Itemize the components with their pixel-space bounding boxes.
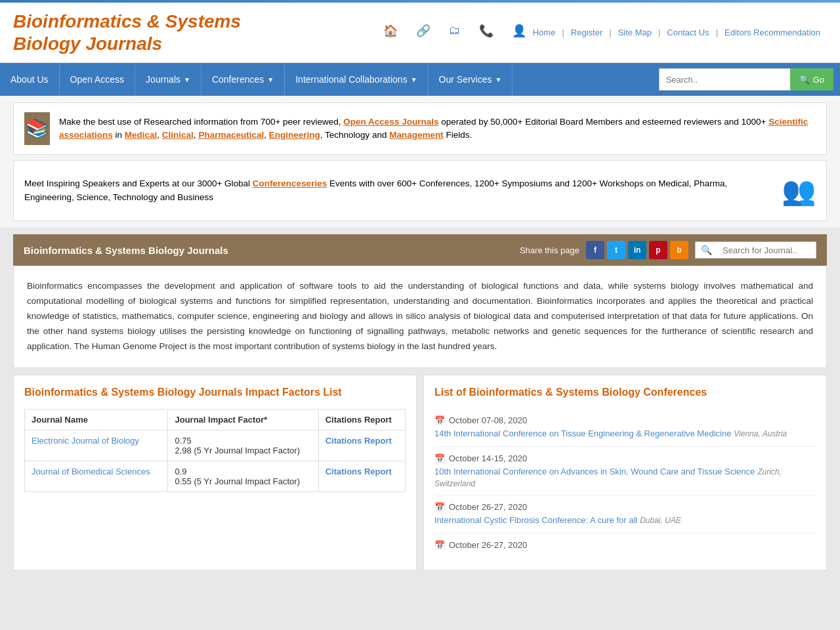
conferenceseries-link[interactable]: Conferenceseries (253, 178, 327, 188)
conference-item-2: 📅 October 14-15, 2020 10th International… (434, 447, 816, 495)
share-icon: 🔗 (416, 24, 430, 38)
nav-our-services[interactable]: Our Services ▼ (429, 63, 513, 96)
journal-link-biomedical[interactable]: Journal of Biomedical Sciences (32, 467, 150, 476)
books-icon: 📚 (24, 112, 50, 145)
pinterest-button[interactable]: p (649, 241, 667, 259)
home-icon: 🏠 (383, 24, 398, 38)
journal-search-input[interactable] (717, 243, 816, 258)
journals-caret: ▼ (184, 76, 190, 83)
nav-about-us[interactable]: About Us (0, 63, 60, 96)
intl-caret: ▼ (411, 76, 417, 83)
col-header-journal: Journal Name (25, 409, 168, 430)
banner-journals-text: Make the best use of Researched informat… (59, 116, 816, 142)
nav-home[interactable]: Home (526, 28, 562, 37)
blogger-button[interactable]: b (670, 241, 688, 259)
journal-link-biology[interactable]: Electronic Journal of Biology (32, 436, 139, 446)
clinical-link[interactable]: Clinical (162, 130, 194, 140)
user-icon: 👤 (512, 24, 526, 38)
calendar-icon: 📅 (434, 415, 445, 425)
calendar-icon: 📅 (434, 540, 445, 550)
twitter-button[interactable]: t (607, 241, 625, 259)
journal-search-icon: 🔍 (696, 242, 717, 258)
navbar-search-button[interactable]: 🔍 Go (790, 68, 833, 91)
site-logo: Bioinformatics & Systems Biology Journal… (13, 10, 241, 54)
navbar-left: About Us Open Access Journals ▼ Conferen… (0, 63, 513, 96)
search-icon: 🔍 (799, 75, 810, 85)
two-column-section: Bioinformatics & Systems Biology Journal… (13, 375, 827, 570)
navbar-search-area: 🔍 Go (652, 63, 840, 96)
conference-people-icon: 👥 (763, 170, 816, 211)
engineering-link[interactable]: Engineering (269, 130, 320, 140)
pharmaceutical-link[interactable]: Pharmaceutical (198, 130, 264, 140)
conference-link-1[interactable]: 14th International Conference on Tissue … (434, 429, 731, 438)
nav-register[interactable]: Register (564, 28, 609, 37)
conference-item-4: 📅 October 26-27, 2020 (434, 534, 816, 559)
linkedin-button[interactable]: in (628, 241, 646, 259)
nav-open-access[interactable]: Open Access (60, 63, 136, 96)
conference-link-3[interactable]: International Cystic Fibrosis Conference… (434, 515, 637, 525)
journal-search-box: 🔍 (695, 242, 816, 259)
col-header-citations: Citations Report (318, 409, 405, 430)
calendar-icon: 📅 (434, 453, 445, 463)
conferences-list-section: List of Bioinformatics & Systems Biology… (423, 375, 827, 570)
management-link[interactable]: Management (389, 130, 444, 140)
medical-link[interactable]: Medical (125, 130, 158, 140)
services-caret: ▼ (495, 76, 502, 83)
journal-section: Bioinformatics & Systems Biology Journal… (13, 234, 827, 368)
conference-item-1: 📅 October 07-08, 2020 14th International… (434, 409, 816, 447)
conferences-list-title: List of Bioinformatics & Systems Biology… (434, 386, 816, 400)
impact-factors-title: Bioinformatics & Systems Biology Journal… (24, 386, 406, 400)
navbar-search-input[interactable] (659, 68, 790, 91)
banner-journals: 📚 Make the best use of Researched inform… (13, 102, 827, 155)
site-header: Bioinformatics & Systems Biology Journal… (0, 3, 840, 63)
nav-contact[interactable]: Contact Us (660, 28, 715, 37)
impact-factor-biology: 0.75 2.98 (5 Yr Journal Impact Factor) (168, 430, 318, 461)
sitemap-icon: 🗂 (449, 24, 461, 38)
nav-conferences[interactable]: Conferences ▼ (201, 63, 285, 96)
open-access-journals-link[interactable]: Open Access Journals (343, 117, 438, 127)
conference-link-2[interactable]: 10th International Conference on Advance… (434, 467, 755, 476)
header-nav: 🏠 🔗 🗂 📞 👤 Home | Register | Site Map | C… (383, 24, 827, 42)
table-row: Journal of Biomedical Sciences 0.9 0.55 … (25, 461, 406, 492)
banners-section: 📚 Make the best use of Researched inform… (0, 96, 840, 228)
banner-conferences: Meet Inspiring Speakers and Experts at o… (13, 160, 827, 221)
citations-link-biology[interactable]: Citations Report (326, 436, 392, 446)
header-nav-links: Home | Register | Site Map | Contact Us … (526, 28, 827, 37)
journal-section-title: Bioinformatics & Systems Biology Journal… (24, 245, 228, 256)
nav-journals[interactable]: Journals ▼ (135, 63, 201, 96)
header-icons: 🏠 🔗 🗂 📞 👤 (383, 24, 526, 38)
journal-header-right: Share this page f t in p b 🔍 (520, 241, 816, 259)
logo-text: Bioinformatics & Systems Biology Journal… (13, 10, 241, 54)
conference-item-3: 📅 October 26-27, 2020 International Cyst… (434, 495, 816, 534)
impact-factors-table: Journal Name Journal Impact Factor* Cita… (24, 409, 406, 492)
journal-description: Bioinformatics encompasses the developme… (13, 266, 827, 368)
table-row: Electronic Journal of Biology 0.75 2.98 … (25, 430, 406, 461)
conferences-caret: ▼ (267, 76, 274, 83)
nav-international-collaborations[interactable]: International Collaborations ▼ (285, 63, 428, 96)
navbar-search-box: 🔍 Go (659, 68, 833, 91)
impact-factor-biomedical: 0.9 0.55 (5 Yr Journal Impact Factor) (168, 461, 318, 492)
main-navbar: About Us Open Access Journals ▼ Conferen… (0, 63, 840, 96)
col-header-impact: Journal Impact Factor* (168, 409, 318, 430)
citations-link-biomedical[interactable]: Citations Report (326, 467, 392, 476)
share-label: Share this page (520, 245, 579, 255)
banner-conf-text: Meet Inspiring Speakers and Experts at o… (24, 177, 754, 204)
nav-sitemap[interactable]: Site Map (612, 28, 658, 37)
phone-icon: 📞 (479, 24, 494, 38)
journal-header: Bioinformatics & Systems Biology Journal… (13, 234, 827, 266)
nav-editors[interactable]: Editors Recommendation (718, 28, 827, 37)
facebook-button[interactable]: f (586, 241, 604, 259)
calendar-icon: 📅 (434, 502, 445, 512)
social-icons: f t in p b (586, 241, 688, 259)
impact-factors-section: Bioinformatics & Systems Biology Journal… (13, 375, 417, 570)
